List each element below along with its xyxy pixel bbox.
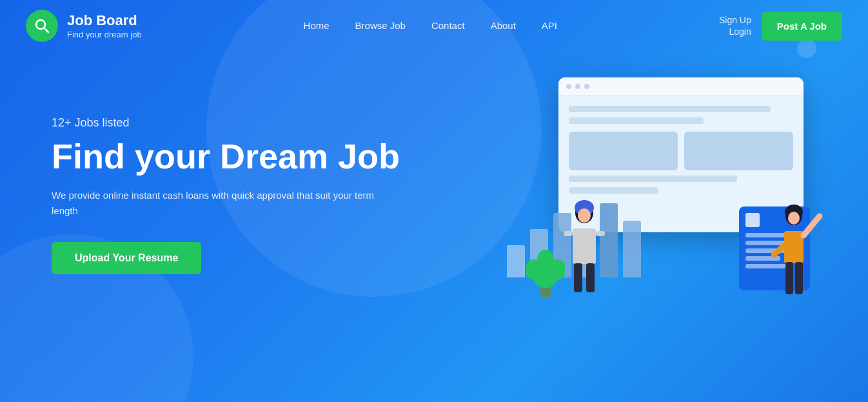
logo-subtitle: Find your dream job (67, 30, 142, 39)
browser-dot-3 (584, 84, 589, 89)
svg-rect-16 (795, 262, 803, 294)
svg-line-1 (44, 28, 49, 33)
signup-link[interactable]: Sign Up (719, 15, 751, 25)
svg-rect-5 (564, 231, 573, 236)
post-job-button[interactable]: Post A Job (762, 12, 842, 41)
doc-icon (745, 213, 760, 227)
svg-point-17 (788, 212, 800, 225)
svg-line-13 (804, 216, 820, 236)
plant-svg (526, 245, 565, 297)
browser-dot-2 (575, 84, 580, 89)
jobs-count: 12+ Jobs listed (52, 116, 400, 130)
svg-rect-6 (596, 231, 605, 236)
browser-line-1 (569, 106, 771, 112)
nav-links: Home Browse Job Contact About API (304, 20, 557, 32)
nav-item-api[interactable]: API (542, 20, 557, 32)
bar-6 (623, 221, 641, 277)
upload-resume-button[interactable]: Upload Your Resume (52, 242, 201, 274)
nav-item-about[interactable]: About (491, 20, 516, 32)
bar-1 (507, 245, 525, 277)
logo-icon (26, 10, 58, 42)
hero-section: Job Board Find your dream job Home Brows… (0, 0, 868, 402)
browser-card-2 (684, 132, 793, 170)
browser-topbar (558, 77, 804, 95)
nav-link-browse[interactable]: Browse Job (355, 20, 406, 31)
nav-link-api[interactable]: API (542, 20, 557, 31)
browser-card-1 (569, 132, 678, 170)
nav-link-home[interactable]: Home (304, 20, 330, 31)
svg-point-22 (537, 250, 554, 269)
browser-line-2 (569, 117, 704, 124)
svg-rect-15 (785, 262, 793, 294)
figure-right-illustration (771, 200, 823, 297)
browser-cards (569, 132, 793, 170)
nav-item-home[interactable]: Home (304, 20, 330, 32)
hero-illustration (494, 77, 816, 297)
search-icon (34, 17, 50, 34)
svg-rect-7 (574, 263, 582, 292)
figure-left-illustration (558, 194, 610, 297)
hero-left: 12+ Jobs listed Find your Dream Job We p… (52, 77, 400, 274)
nav-link-about[interactable]: About (491, 20, 516, 31)
svg-point-9 (578, 208, 591, 223)
person-left-svg (558, 194, 610, 297)
logo[interactable]: Job Board Find your dream job (26, 10, 142, 42)
svg-line-14 (774, 245, 784, 255)
browser-dot-1 (566, 84, 571, 89)
browser-line-3 (569, 176, 737, 182)
nav-item-contact[interactable]: Contact (431, 20, 465, 32)
hero-description: We provide online instant cash loans wit… (52, 188, 374, 219)
svg-rect-4 (573, 228, 596, 264)
svg-rect-8 (586, 263, 595, 292)
logo-text: Job Board Find your dream job (67, 12, 142, 39)
navbar: Job Board Find your dream job Home Brows… (0, 0, 868, 52)
login-link[interactable]: Login (729, 26, 751, 37)
browser-line-4 (569, 187, 658, 194)
nav-auth: Sign Up Login (719, 15, 751, 37)
nav-link-contact[interactable]: Contact (431, 20, 465, 31)
person-right-svg (771, 200, 823, 297)
hero-headline: Find your Dream Job (52, 136, 400, 176)
browser-body (558, 95, 804, 204)
hero-content: 12+ Jobs listed Find your Dream Job We p… (0, 52, 868, 297)
logo-title: Job Board (67, 12, 142, 29)
plant-illustration (526, 245, 565, 297)
svg-rect-12 (784, 231, 804, 263)
nav-item-browse[interactable]: Browse Job (355, 20, 406, 32)
nav-actions: Sign Up Login Post A Job (719, 12, 842, 41)
